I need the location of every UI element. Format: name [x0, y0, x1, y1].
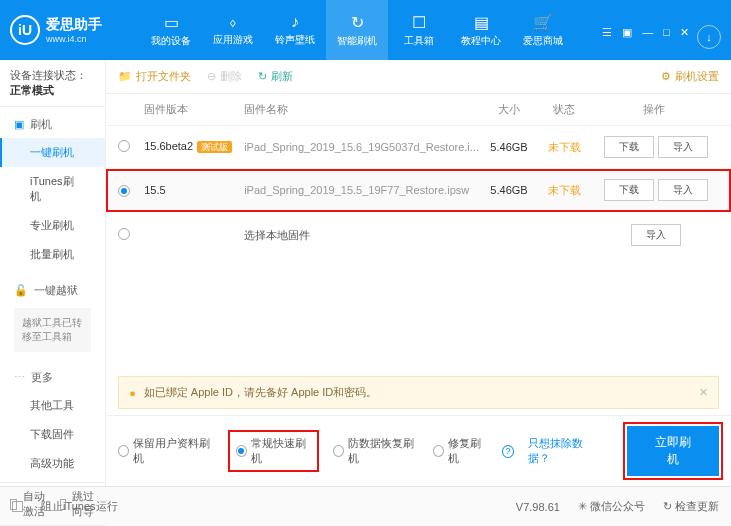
jailbreak-note: 越狱工具已转移至工具箱: [14, 308, 91, 352]
sidebar-item-advanced[interactable]: 高级功能: [0, 449, 105, 478]
update-icon: ↻: [663, 500, 672, 512]
close-notice-icon[interactable]: ✕: [699, 386, 708, 399]
firmware-row[interactable]: 15.6beta2测试版 iPad_Spring_2019_15.6_19G50…: [106, 126, 731, 169]
refresh-button[interactable]: ↻刷新: [258, 69, 293, 84]
folder-icon: 📁: [118, 70, 132, 83]
import-button[interactable]: 导入: [658, 179, 708, 201]
download-button[interactable]: 下载: [604, 136, 654, 158]
nav-apps[interactable]: ⬨应用游戏: [202, 0, 264, 60]
block-itunes-checkbox[interactable]: [12, 501, 23, 512]
wechat-link[interactable]: ✳ 微信公众号: [578, 499, 645, 514]
statusbar: 阻止iTunes运行 V7.98.61 ✳ 微信公众号 ↻ 检查更新: [0, 486, 731, 526]
phone-icon: ▭: [164, 13, 179, 32]
sidebar-item-pro[interactable]: 专业刷机: [0, 211, 105, 240]
wechat-icon: ✳: [578, 500, 587, 512]
refresh-icon: ↻: [258, 70, 267, 83]
opt-anti-recovery[interactable]: 防数据恢复刷机: [333, 436, 419, 466]
download-button[interactable]: 下载: [604, 179, 654, 201]
nav-ringtones[interactable]: ♪铃声壁纸: [264, 0, 326, 60]
radio-unselected[interactable]: [118, 140, 130, 152]
erase-only-link[interactable]: 只想抹除数据？: [528, 436, 599, 466]
refresh-icon: ↻: [351, 13, 364, 32]
nav-my-device[interactable]: ▭我的设备: [140, 0, 202, 60]
sidebar-item-batch[interactable]: 批量刷机: [0, 240, 105, 269]
connection-status: 设备连接状态：正常模式: [0, 60, 105, 107]
sidebar: 设备连接状态：正常模式 ▣刷机 一键刷机 iTunes刷机 专业刷机 批量刷机 …: [0, 60, 106, 486]
table-header: 固件版本 固件名称 大小 状态 操作: [106, 94, 731, 126]
opt-quick-flash[interactable]: 常规快速刷机: [228, 430, 319, 472]
close-icon[interactable]: ✕: [680, 26, 689, 39]
help-icon[interactable]: ?: [502, 445, 514, 458]
block-itunes-label: 阻止iTunes运行: [41, 499, 118, 514]
firmware-row-selected[interactable]: 15.5 iPad_Spring_2019_15.5_19F77_Restore…: [106, 169, 731, 212]
sidebar-item-other[interactable]: 其他工具: [0, 391, 105, 420]
delete-button[interactable]: ⊖删除: [207, 69, 242, 84]
import-button[interactable]: 导入: [631, 224, 681, 246]
book-icon: ▤: [474, 13, 489, 32]
gear-icon: ⚙: [661, 70, 671, 83]
local-firmware-row[interactable]: 选择本地固件 导入: [106, 212, 731, 258]
more-icon: ⋯: [14, 371, 25, 384]
appleid-notice: ● 如已绑定 Apple ID，请先备好 Apple ID和密码。 ✕: [118, 376, 719, 409]
flash-settings-button[interactable]: ⚙刷机设置: [661, 69, 719, 84]
music-icon: ♪: [291, 13, 299, 31]
app-logo: iU 爱思助手 www.i4.cn: [10, 15, 140, 45]
sidebar-item-oneclick[interactable]: 一键刷机: [0, 138, 105, 167]
titlebar: iU 爱思助手 www.i4.cn ▭我的设备 ⬨应用游戏 ♪铃声壁纸 ↻智能刷…: [0, 0, 731, 60]
radio-selected[interactable]: [118, 185, 130, 197]
sidebar-item-itunes[interactable]: iTunes刷机: [0, 167, 105, 211]
window-controls: ☰ ▣ — □ ✕: [602, 22, 689, 39]
nav-store[interactable]: 🛒爱思商城: [512, 0, 574, 60]
toolbar: 📁打开文件夹 ⊖删除 ↻刷新 ⚙刷机设置: [106, 60, 731, 94]
import-button[interactable]: 导入: [658, 136, 708, 158]
toolbox-icon: ☐: [412, 13, 426, 32]
download-icon[interactable]: ↓: [697, 25, 721, 49]
app-name: 爱思助手: [46, 16, 102, 34]
maximize-icon[interactable]: □: [663, 26, 670, 38]
flash-now-button[interactable]: 立即刷机: [627, 426, 719, 476]
menu-icon[interactable]: ☰: [602, 26, 612, 39]
group-more[interactable]: ⋯更多: [0, 364, 105, 391]
flash-options: 保留用户资料刷机 常规快速刷机 防数据恢复刷机 修复刷机 ? 只想抹除数据？ 立…: [106, 415, 731, 486]
app-url: www.i4.cn: [46, 34, 102, 44]
nav-tools[interactable]: ☐工具箱: [388, 0, 450, 60]
main-panel: 📁打开文件夹 ⊖删除 ↻刷新 ⚙刷机设置 固件版本 固件名称 大小 状态 操作 …: [106, 60, 731, 486]
logo-icon: iU: [10, 15, 40, 45]
cube-icon: ▣: [14, 118, 24, 131]
warning-icon: ●: [129, 387, 136, 399]
minus-icon: ⊖: [207, 70, 216, 83]
open-folder-button[interactable]: 📁打开文件夹: [118, 69, 191, 84]
apps-icon: ⬨: [228, 13, 238, 31]
group-jailbreak[interactable]: 🔓一键越狱: [0, 277, 105, 304]
cart-icon: 🛒: [533, 13, 553, 32]
nav-tutorials[interactable]: ▤教程中心: [450, 0, 512, 60]
sidebar-item-download-fw[interactable]: 下载固件: [0, 420, 105, 449]
radio-local[interactable]: [118, 228, 130, 240]
main-nav: ▭我的设备 ⬨应用游戏 ♪铃声壁纸 ↻智能刷机 ☐工具箱 ▤教程中心 🛒爱思商城: [140, 0, 602, 60]
nav-flash[interactable]: ↻智能刷机: [326, 0, 388, 60]
version-label: V7.98.61: [516, 501, 560, 513]
opt-keep-data[interactable]: 保留用户资料刷机: [118, 436, 214, 466]
minimize-icon[interactable]: —: [642, 26, 653, 38]
check-update-link[interactable]: ↻ 检查更新: [663, 499, 719, 514]
lock-open-icon: 🔓: [14, 284, 28, 297]
group-flash[interactable]: ▣刷机: [0, 111, 105, 138]
lock-icon[interactable]: ▣: [622, 26, 632, 39]
opt-repair[interactable]: 修复刷机: [433, 436, 488, 466]
